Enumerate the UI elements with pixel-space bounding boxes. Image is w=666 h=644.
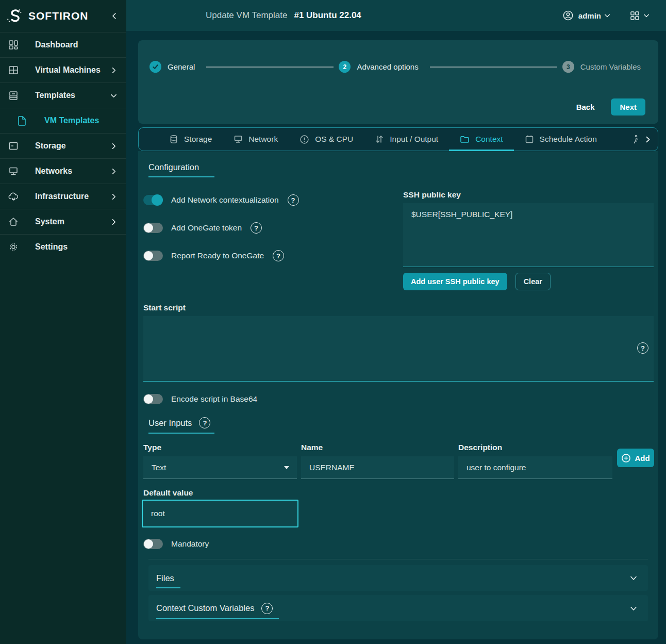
next-button[interactable]: Next xyxy=(611,98,645,115)
tab-context[interactable]: Context xyxy=(449,128,513,151)
user-menu[interactable]: admin xyxy=(562,10,610,21)
context-custom-variables-accordion[interactable]: Context Custom Variables ? xyxy=(148,595,648,621)
infrastructure-icon xyxy=(8,191,19,202)
tab-network[interactable]: Network xyxy=(223,128,289,151)
help-icon[interactable]: ? xyxy=(637,342,648,354)
sidebar-collapse-icon[interactable] xyxy=(111,12,118,20)
truncated-tab-icon xyxy=(631,134,639,144)
chevron-down-icon xyxy=(643,12,650,19)
add-user-input-button[interactable]: Add xyxy=(617,449,654,467)
stepper: General 2 Advanced options 3 Custom Vari… xyxy=(138,61,658,73)
section-title-text: Configuration xyxy=(148,162,199,172)
document-icon xyxy=(18,115,27,126)
step-number-badge: 3 xyxy=(562,61,574,73)
help-icon[interactable]: ? xyxy=(199,417,210,428)
ssh-buttons: Add user SSH public key Clear xyxy=(403,273,551,290)
database-icon xyxy=(169,135,178,144)
toggle-label: Add Network contextualization xyxy=(171,195,279,205)
description-input[interactable] xyxy=(458,456,612,479)
sidebar-item-system[interactable]: System xyxy=(0,209,126,234)
sidebar-item-infrastructure[interactable]: Infrastructure xyxy=(0,184,126,209)
toggle-row-onegate-token: Add OneGate token ? xyxy=(143,222,262,234)
tab-os-cpu[interactable]: OS & CPU xyxy=(289,128,364,151)
chevron-down-icon[interactable] xyxy=(629,574,638,582)
sidebar-item-virtual-machines[interactable]: Virtual Machines xyxy=(0,57,126,82)
page-subtitle: #1 Ubuntu 22.04 xyxy=(294,10,361,21)
ssh-public-key-textarea[interactable]: $USER[SSH_PUBLIC_KEY] xyxy=(403,203,654,267)
apps-menu[interactable] xyxy=(630,11,650,21)
network-contextualization-toggle[interactable] xyxy=(143,195,163,205)
sidebar-item-templates[interactable]: Templates xyxy=(0,82,126,108)
default-value-label: Default value xyxy=(143,488,193,498)
name-input[interactable] xyxy=(301,456,454,479)
default-value-input[interactable] xyxy=(142,500,298,527)
arrows-up-down-icon xyxy=(375,135,384,144)
mandatory-toggle[interactable] xyxy=(143,539,163,549)
page: SOFTIRON Dashboard Virtual Machines xyxy=(0,0,666,644)
softiron-logo-icon xyxy=(6,7,24,25)
sidebar-logo-row: SOFTIRON xyxy=(0,0,126,32)
toggle-row-encode-base64: Encode script in Base64 xyxy=(143,393,257,405)
tab-storage[interactable]: Storage xyxy=(158,128,223,151)
sidebar-item-label: Templates xyxy=(35,91,110,100)
help-icon[interactable]: ? xyxy=(251,222,262,234)
step-connector xyxy=(206,67,334,68)
type-select[interactable]: Text xyxy=(143,456,297,479)
tab-label: OS & CPU xyxy=(315,135,353,144)
encode-base64-toggle[interactable] xyxy=(143,394,163,404)
clear-ssh-key-button[interactable]: Clear xyxy=(515,273,551,290)
sidebar-item-label: Dashboard xyxy=(35,40,117,49)
back-button[interactable]: Back xyxy=(573,102,598,112)
sidebar-item-networks[interactable]: Networks xyxy=(0,158,126,184)
tab-label: Network xyxy=(248,135,278,144)
chevron-down-icon xyxy=(110,92,117,99)
folder-icon xyxy=(460,135,470,144)
toggle-label: Encode script in Base64 xyxy=(171,394,257,404)
sidebar-item-vm-templates[interactable]: VM Templates xyxy=(0,108,126,133)
sidebar-item-storage[interactable]: Storage xyxy=(0,133,126,158)
section-divider xyxy=(148,559,648,559)
sidebar-item-label: System xyxy=(35,217,110,226)
toggle-row-mandatory: Mandatory xyxy=(143,538,209,550)
report-ready-toggle[interactable] xyxy=(143,251,163,261)
calendar-icon xyxy=(525,135,534,144)
context-custom-variables-title: Context Custom Variables ? xyxy=(156,598,279,619)
onegate-token-toggle[interactable] xyxy=(143,223,163,233)
accordion-title-text: Files xyxy=(156,573,174,583)
sidebar-item-settings[interactable]: Settings xyxy=(0,234,126,259)
settings-gear-icon xyxy=(8,242,19,252)
chevron-down-icon[interactable] xyxy=(629,604,638,613)
stepper-actions: Back Next xyxy=(573,98,645,115)
sidebar-item-label: Storage xyxy=(35,141,110,151)
sidebar-item-dashboard[interactable]: Dashboard xyxy=(0,32,126,57)
templates-icon xyxy=(8,90,19,101)
networks-icon xyxy=(8,166,19,176)
files-accordion[interactable]: Files xyxy=(148,565,648,591)
add-button-label: Add xyxy=(635,454,650,463)
toggle-row-report-ready: Report Ready to OneGate ? xyxy=(143,250,284,261)
tab-label: Input / Output xyxy=(390,135,438,144)
plus-circle-icon xyxy=(621,453,631,463)
template-tabs: Storage Network OS & CPU Input / Output xyxy=(138,127,658,151)
files-accordion-title: Files xyxy=(156,568,180,588)
tab-schedule-action[interactable]: Schedule Action xyxy=(514,128,608,151)
start-script-textarea[interactable] xyxy=(143,316,654,382)
help-icon[interactable]: ? xyxy=(273,250,284,261)
add-user-ssh-key-button[interactable]: Add user SSH public key xyxy=(403,273,507,290)
type-select-value: Text xyxy=(152,463,166,472)
tabs-scroll-next-icon[interactable] xyxy=(644,136,652,143)
help-icon[interactable]: ? xyxy=(288,194,299,206)
description-label: Description xyxy=(458,443,502,452)
configuration-section-title: Configuration xyxy=(148,162,214,177)
step-done-check-icon xyxy=(149,61,161,73)
chevron-right-icon xyxy=(110,67,117,74)
sidebar: SOFTIRON Dashboard Virtual Machines xyxy=(0,0,126,644)
context-tab-panel: Configuration Add Network contextualizat… xyxy=(138,151,658,639)
info-circle-icon xyxy=(299,135,309,144)
help-icon[interactable]: ? xyxy=(261,603,273,614)
tab-input-output[interactable]: Input / Output xyxy=(364,128,449,151)
chevron-right-icon xyxy=(110,219,117,225)
start-script-label: Start script xyxy=(143,303,186,312)
user-name: admin xyxy=(578,11,601,20)
network-icon xyxy=(234,135,243,144)
